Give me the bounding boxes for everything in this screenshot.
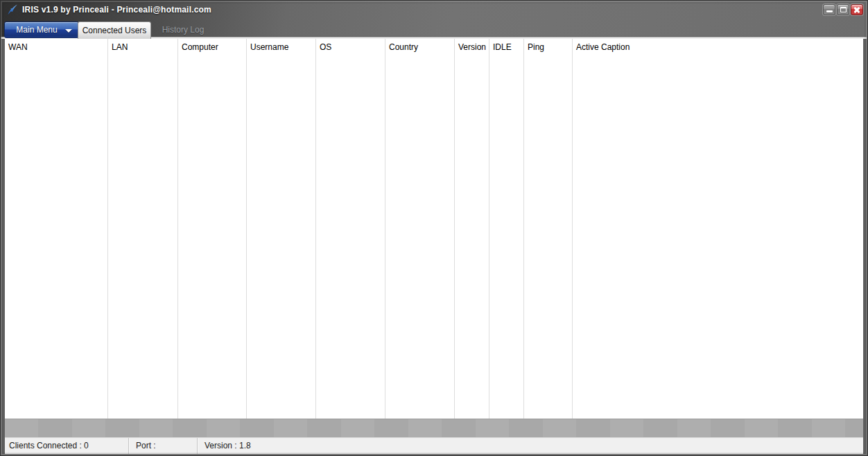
column-header-idle[interactable]: IDLE [489, 39, 523, 54]
column-os: OS [316, 39, 385, 419]
titlebar: IRIS v1.9 by Princeali - Princeali@hotma… [0, 0, 868, 19]
column-active-caption: Active Caption [573, 39, 863, 419]
close-button[interactable] [851, 4, 863, 15]
tab-connected-users[interactable]: Connected Users [78, 21, 151, 39]
column-idle: IDLE [489, 39, 524, 419]
column-lan: LAN [108, 39, 178, 419]
app-window: IRIS v1.9 by Princeali - Princeali@hotma… [0, 0, 868, 456]
column-version: Version [455, 39, 489, 419]
window-controls [823, 4, 863, 15]
close-icon [851, 5, 862, 15]
chevron-down-icon [65, 29, 72, 33]
minimize-button[interactable] [823, 4, 835, 15]
column-header-active-caption[interactable]: Active Caption [573, 39, 863, 54]
status-version: Version : 1.8 [198, 438, 863, 454]
blue-bird-icon [6, 3, 19, 17]
status-port: Port : [129, 438, 198, 454]
status-clients-connected: Clients Connected : 0 [5, 438, 129, 454]
column-ping: Ping [524, 39, 573, 419]
column-header-country[interactable]: Country [385, 39, 454, 54]
tab-history-log-label: History Log [162, 25, 205, 35]
column-wan: WAN [5, 39, 108, 419]
connected-users-table: WANLANComputerUsernameOSCountryVersionID… [5, 39, 863, 419]
column-header-wan[interactable]: WAN [5, 39, 107, 54]
column-header-username[interactable]: Username [247, 39, 315, 54]
main-menu-button[interactable]: Main Menu [4, 21, 79, 38]
column-header-os[interactable]: OS [316, 39, 385, 54]
minimize-icon [826, 10, 833, 12]
column-header-version[interactable]: Version [455, 39, 489, 54]
statusbar: Clients Connected : 0 Port : Version : 1… [5, 437, 863, 454]
column-username: Username [247, 39, 316, 419]
tab-connected-users-label: Connected Users [83, 26, 147, 35]
horizontal-scrollbar-track[interactable] [5, 419, 863, 437]
column-computer: Computer [178, 39, 247, 419]
window-title: IRIS v1.9 by Princeali - Princeali@hotma… [22, 0, 211, 19]
column-country: Country [385, 39, 455, 419]
main-menu-label: Main Menu [16, 25, 67, 35]
column-header-lan[interactable]: LAN [108, 39, 177, 54]
maximize-button[interactable] [837, 4, 849, 15]
column-header-computer[interactable]: Computer [178, 39, 246, 54]
column-header-ping[interactable]: Ping [524, 39, 572, 54]
tab-history-log[interactable]: History Log [154, 21, 212, 38]
maximize-icon [840, 7, 847, 12]
